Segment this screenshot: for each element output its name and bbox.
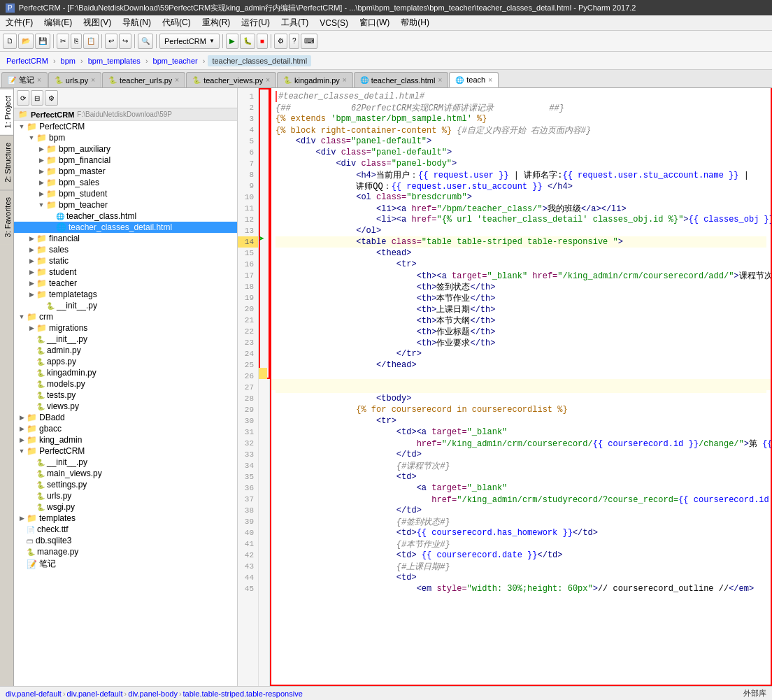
tree-item-bpm-master[interactable]: ▶ 📁 bpm_master (14, 166, 237, 177)
tab-teacher-urls-close[interactable]: × (175, 76, 179, 84)
menu-file[interactable]: 文件(F) (0, 15, 38, 30)
toolbar-paste[interactable]: 📋 (83, 34, 99, 49)
tree-item-init-crm[interactable]: 🐍 __init__.py (14, 334, 237, 345)
toolbar-stop[interactable]: ■ (257, 34, 268, 49)
menu-vcs[interactable]: VCS(S) (314, 17, 354, 29)
tab-teacher-urls[interactable]: 🐍 teacher_urls.py × (102, 72, 185, 87)
tree-item-teacher-classes-detail[interactable]: 🌐 teacher_classes_detail.html (14, 222, 237, 233)
toolbar-open[interactable]: 📂 (18, 34, 34, 49)
path-bpm-templates[interactable]: bpm_templates (86, 56, 143, 66)
left-tab-structure[interactable]: 2: Structure (0, 135, 13, 190)
tree-item-models-py[interactable]: 🐍 models.py (14, 378, 237, 390)
tree-item-bpm-teacher[interactable]: ▼ 📁 bpm_teacher (14, 199, 237, 210)
menu-edit[interactable]: 编辑(E) (38, 15, 78, 30)
toolbar-help2[interactable]: ? (289, 34, 300, 49)
tab-notes[interactable]: 📝 笔记 × (1, 72, 48, 87)
tab-urls-close[interactable]: × (91, 76, 95, 84)
code-editor[interactable]: 1 2 3 4 5 6 7 8 9 10 11 12 13 14 15 16 1… (238, 88, 772, 686)
tree-item-init-root[interactable]: 🐍 __init__.py (14, 457, 237, 468)
toolbar-find[interactable]: 🔍 (138, 34, 153, 49)
tree-item-bpm-financial[interactable]: ▶ 📁 bpm_financial (14, 155, 237, 166)
project-dropdown[interactable]: PerfectCRM (159, 34, 220, 49)
tree-item-main-views[interactable]: 🐍 main_views.py (14, 468, 237, 479)
tab-urls[interactable]: 🐍 urls.py × (48, 72, 101, 87)
sidebar-collapse-btn[interactable]: ⊟ (31, 90, 43, 106)
tree-item-perfectcrm-pkg[interactable]: ▼ 📁 PerfectCRM (14, 445, 237, 457)
tree-item-tests-py[interactable]: 🐍 tests.py (14, 390, 237, 401)
tab-teacher-class[interactable]: 🌐 teacher_class.html × (354, 72, 449, 87)
tree-item-king-admin[interactable]: ▶ 📁 king_admin (14, 434, 237, 445)
tree-item-dbadd[interactable]: ▶ 📁 DBadd (14, 412, 237, 423)
tree-item-static[interactable]: ▶ 📁 static (14, 255, 237, 266)
left-tab-project[interactable]: 1: Project (0, 88, 13, 135)
tab-teach-close[interactable]: × (488, 76, 492, 84)
menu-tools[interactable]: 工具(T) (276, 15, 314, 30)
code-text-45: <em style="width: 30%;height: 60px">// c… (276, 584, 754, 594)
tree-item-teacher[interactable]: ▶ 📁 teacher (14, 278, 237, 289)
tab-teach[interactable]: 🌐 teach × (449, 72, 499, 87)
code-line-27 (276, 382, 766, 393)
tab-kingadmin[interactable]: 🐍 kingadmin.py × (277, 72, 353, 87)
tree-item-kingadmin-py[interactable]: 🐍 kingadmin.py (14, 367, 237, 378)
sidebar-settings-btn[interactable]: ⚙ (45, 90, 58, 106)
toolbar-extra[interactable]: ⌨ (301, 34, 317, 49)
tree-item-notes[interactable]: 📝 笔记 (14, 557, 237, 571)
tree-item-views-py[interactable]: 🐍 views.py (14, 401, 237, 412)
tree-item-financial[interactable]: ▶ 📁 financial (14, 233, 237, 244)
line-num-16: 16 (238, 259, 258, 270)
toolbar-save[interactable]: 💾 (35, 34, 50, 49)
tree-item-check-ttf[interactable]: 📄 check.ttf (14, 524, 237, 535)
tree-item-student[interactable]: ▶ 📁 student (14, 266, 237, 278)
status-item-4[interactable]: table.table-striped.table-responsive (183, 690, 303, 698)
tab-teacher-class-close[interactable]: × (438, 76, 442, 84)
tab-kingadmin-close[interactable]: × (343, 76, 347, 84)
tab-teacher-views[interactable]: 🐍 teacher_views.py × (186, 72, 276, 87)
tree-item-teacher-class-html[interactable]: 🌐 teacher_class.html (14, 210, 237, 222)
tree-item-admin-py[interactable]: 🐍 admin.py (14, 345, 237, 356)
tree-item-migrations[interactable]: ▶ 📁 migrations (14, 322, 237, 334)
menu-help[interactable]: 帮助(H) (395, 15, 435, 30)
tree-item-manage[interactable]: 🐍 manage.py (14, 546, 237, 557)
sidebar-sync-btn[interactable]: ⟳ (17, 90, 29, 106)
tab-notes-close[interactable]: × (37, 76, 41, 84)
status-item-2[interactable]: div.panel-default (67, 690, 123, 698)
left-tab-favorites[interactable]: 3: Favorites (0, 190, 13, 244)
menu-code[interactable]: 代码(C) (157, 15, 196, 30)
tree-item-bpm-student[interactable]: ▶ 📁 bpm_student (14, 188, 237, 199)
tree-item-wsgi[interactable]: 🐍 wsgi.py (14, 501, 237, 513)
tree-item-perfectcrm[interactable]: ▼ 📁 PerfectCRM (14, 121, 237, 132)
menu-nav[interactable]: 导航(N) (117, 15, 157, 30)
toolbar-debug[interactable]: 🐛 (240, 34, 255, 49)
toolbar-new[interactable]: 🗋 (3, 34, 17, 49)
menu-view[interactable]: 视图(V) (78, 15, 117, 30)
tree-item-bpm-sales[interactable]: ▶ 📁 bpm_sales (14, 177, 237, 188)
code-content[interactable]: #teacher_classes_detail.html# {## 62Perf… (270, 88, 772, 686)
tree-item-bpm[interactable]: ▼ 📁 bpm (14, 132, 237, 143)
toolbar-copy[interactable]: ⎘ (71, 34, 82, 49)
tree-item-apps-py[interactable]: 🐍 apps.py (14, 356, 237, 367)
menu-run[interactable]: 运行(U) (236, 15, 276, 30)
tab-teacher-views-close[interactable]: × (266, 76, 270, 84)
tree-item-bpm-auxiliary[interactable]: ▶ 📁 bpm_auxiliary (14, 143, 237, 155)
path-bpm-teacher[interactable]: bpm_teacher (151, 56, 200, 66)
path-bpm[interactable]: bpm (59, 56, 78, 66)
tree-item-sales[interactable]: ▶ 📁 sales (14, 244, 237, 255)
toolbar-run[interactable]: ▶ (226, 34, 238, 49)
tree-item-templatetags[interactable]: ▶ 📁 templatetags (14, 289, 237, 300)
tree-item-gbacc[interactable]: ▶ 📁 gbacc (14, 423, 237, 434)
status-item-1[interactable]: div.panel-default (6, 690, 62, 698)
tree-item-settings[interactable]: 🐍 settings.py (14, 479, 237, 490)
toolbar-cut[interactable]: ✂ (57, 34, 69, 49)
tree-item-templates[interactable]: ▶ 📁 templates (14, 513, 237, 524)
path-perfectcrm[interactable]: PerfectCRM (4, 56, 50, 66)
toolbar-redo[interactable]: ↪ (119, 34, 131, 49)
toolbar-settings[interactable]: ⚙ (274, 34, 287, 49)
tree-item-db-sqlite3[interactable]: 🗃 db.sqlite3 (14, 535, 237, 546)
tree-item-init-bpm[interactable]: 🐍 __init__.py (14, 300, 237, 311)
menu-window[interactable]: 窗口(W) (354, 15, 395, 30)
tree-item-crm[interactable]: ▼ 📁 crm (14, 311, 237, 322)
tree-item-urls-root[interactable]: 🐍 urls.py (14, 490, 237, 501)
menu-refactor[interactable]: 重构(R) (196, 15, 236, 30)
toolbar-undo[interactable]: ↩ (105, 34, 117, 49)
status-item-3[interactable]: div.panel-body (128, 690, 178, 698)
